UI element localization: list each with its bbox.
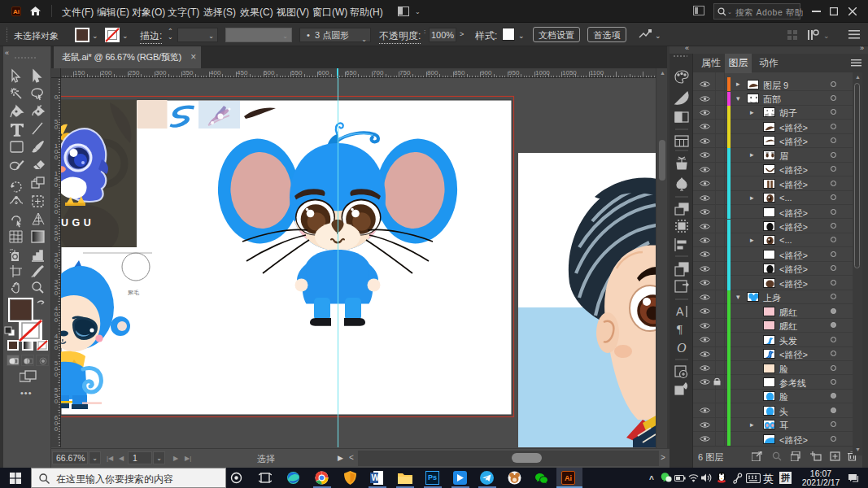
svg-text:A: A [676, 305, 684, 318]
svg-text:¶: ¶ [677, 323, 683, 336]
svg-text:UGU: UGU [61, 217, 94, 229]
svg-text:聚毛: 聚毛 [128, 290, 140, 295]
svg-text:O: O [677, 341, 687, 355]
svg-text:W: W [372, 473, 380, 482]
